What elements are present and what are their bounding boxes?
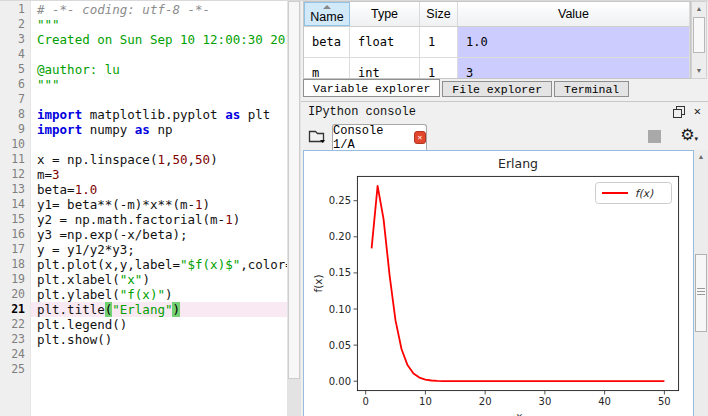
variable-row[interactable]: mint13 — [304, 58, 690, 79]
svg-text:30: 30 — [539, 396, 552, 407]
right-pane: NameTypeSizeValue betafloat11.0mint13 ▲ … — [301, 1, 708, 416]
browse-tabs-icon[interactable] — [308, 128, 327, 148]
line-number: 20 — [0, 287, 31, 302]
variable-table-scrollbar[interactable]: ▲ ▼ — [691, 1, 707, 79]
line-number: 12 — [0, 167, 31, 182]
scroll-up-icon[interactable]: ▲ — [692, 2, 706, 16]
line-number: 11 — [0, 152, 31, 167]
line-number: 5 — [0, 62, 31, 77]
line-number: 9 — [0, 122, 31, 137]
panel-tab-terminal[interactable]: Terminal — [554, 81, 629, 97]
column-header-name[interactable]: Name — [304, 2, 350, 26]
line-number: 24 — [0, 347, 31, 362]
console-scrollbar[interactable]: ▲ — [694, 150, 708, 416]
tab-close-icon[interactable]: ✕ — [414, 131, 426, 144]
code-line: 25 — [0, 362, 287, 377]
ipython-console-panel: IPython console ✕ Console 1/A ✕ ⚙▾ — [301, 101, 708, 416]
svg-text:20: 20 — [479, 396, 492, 407]
code-line: 19plt.xlabel("x") — [0, 272, 287, 287]
code-line: 12m=3 — [0, 167, 287, 182]
console-output[interactable]: Erlang010203040500.000.050.100.150.200.2… — [303, 150, 694, 416]
sort-ascending-icon — [323, 5, 331, 9]
line-number: 10 — [0, 137, 31, 152]
interrupt-kernel-icon[interactable] — [648, 130, 661, 143]
editor-code[interactable]: 1# -*- coding: utf-8 -*-2"""3Created on … — [0, 2, 287, 416]
variable-table-body: betafloat11.0mint13 — [304, 27, 690, 79]
column-header-value[interactable]: Value — [458, 2, 690, 26]
console-scrollbar-thumb[interactable] — [695, 254, 707, 332]
code-line: 22plt.legend() — [0, 317, 287, 332]
line-number: 2 — [0, 17, 31, 32]
spyder-window: 1# -*- coding: utf-8 -*-2"""3Created on … — [0, 0, 708, 416]
code-line: 18plt.plot(x,y,label="$f(x)$",color="r — [0, 257, 287, 272]
svg-text:0.20: 0.20 — [329, 231, 351, 242]
code-line: 14y1= beta**(-m)*x**(m-1) — [0, 197, 287, 212]
code-line: 7 — [0, 92, 287, 107]
code-line: 24 — [0, 347, 287, 362]
svg-text:0: 0 — [362, 396, 368, 407]
line-number: 22 — [0, 317, 31, 332]
svg-text:Erlang: Erlang — [498, 156, 538, 171]
svg-text:0.00: 0.00 — [329, 376, 351, 387]
line-number: 8 — [0, 107, 31, 122]
code-line: 11x = np.linspace(1,50,50) — [0, 152, 287, 167]
code-line: 21plt.title("Erlang") — [0, 302, 287, 317]
code-line: 13beta=1.0 — [0, 182, 287, 197]
line-number: 16 — [0, 227, 31, 242]
svg-text:0.10: 0.10 — [329, 304, 351, 315]
code-line: 9import numpy as np — [0, 122, 287, 137]
line-number: 17 — [0, 242, 31, 257]
line-number: 14 — [0, 197, 31, 212]
panel-tab-variable-explorer[interactable]: Variable explorer — [303, 79, 440, 97]
svg-text:10: 10 — [419, 396, 432, 407]
svg-text:0.05: 0.05 — [329, 340, 351, 351]
close-panel-icon[interactable]: ✕ — [694, 104, 701, 119]
column-header-size[interactable]: Size — [420, 2, 458, 26]
variable-row[interactable]: betafloat11.0 — [304, 27, 690, 58]
column-header-type[interactable]: Type — [350, 2, 420, 26]
console-tab-label: Console 1/A — [333, 124, 408, 152]
line-number: 1 — [0, 2, 31, 17]
code-line: 16y3 =np.exp(-x/beta); — [0, 227, 287, 242]
console-tab-bar: Console 1/A ✕ ⚙▾ — [301, 121, 708, 150]
scroll-up-icon[interactable]: ▲ — [694, 150, 708, 164]
panel-tab-file-explorer[interactable]: File explorer — [442, 81, 552, 97]
scroll-down-icon[interactable]: ▼ — [692, 64, 706, 78]
bottom-panel-tabs: Variable explorerFile explorerTerminal — [303, 79, 631, 97]
variable-scrollbar-thumb[interactable] — [693, 17, 705, 53]
code-line: 6""" — [0, 77, 287, 92]
svg-text:0.25: 0.25 — [329, 195, 351, 206]
line-number: 18 — [0, 257, 31, 272]
line-number: 25 — [0, 362, 31, 377]
variable-explorer-table[interactable]: NameTypeSizeValue betafloat11.0mint13 — [303, 1, 691, 79]
matplotlib-figure: Erlang010203040500.000.050.100.150.200.2… — [311, 154, 691, 416]
code-line: 10 — [0, 137, 287, 152]
code-editor[interactable]: 1# -*- coding: utf-8 -*-2"""3Created on … — [0, 1, 301, 416]
code-line: 8import matplotlib.pyplot as plt — [0, 107, 287, 122]
options-gear-icon[interactable]: ⚙▾ — [680, 124, 698, 150]
svg-text:f(x): f(x) — [312, 274, 324, 292]
line-number: 15 — [0, 212, 31, 227]
svg-text:0.15: 0.15 — [329, 267, 351, 278]
code-line: 15y2 = np.math.factorial(m-1) — [0, 212, 287, 227]
line-number: 3 — [0, 32, 31, 47]
undock-icon[interactable] — [673, 106, 685, 118]
line-number: 13 — [0, 182, 31, 197]
code-line: 2""" — [0, 17, 287, 32]
line-number: 19 — [0, 272, 31, 287]
editor-scrollbar[interactable] — [287, 1, 301, 416]
svg-text:50: 50 — [658, 396, 671, 407]
line-number: 6 — [0, 77, 31, 92]
code-line: 17y = y1/y2*y3; — [0, 242, 287, 257]
line-number: 7 — [0, 92, 31, 107]
console-panel-title: IPython console — [308, 105, 416, 119]
line-number: 23 — [0, 332, 31, 347]
code-line: 23plt.show() — [0, 332, 287, 347]
console-title-bar: IPython console ✕ — [301, 102, 708, 121]
line-number: 21 — [0, 302, 31, 317]
code-line: 20plt.ylabel("f(x)") — [0, 287, 287, 302]
console-tab[interactable]: Console 1/A ✕ — [332, 124, 427, 150]
code-line: 5@author: lu — [0, 62, 287, 77]
svg-text:f(x): f(x) — [635, 187, 654, 199]
editor-scrollbar-thumb[interactable] — [288, 1, 300, 379]
